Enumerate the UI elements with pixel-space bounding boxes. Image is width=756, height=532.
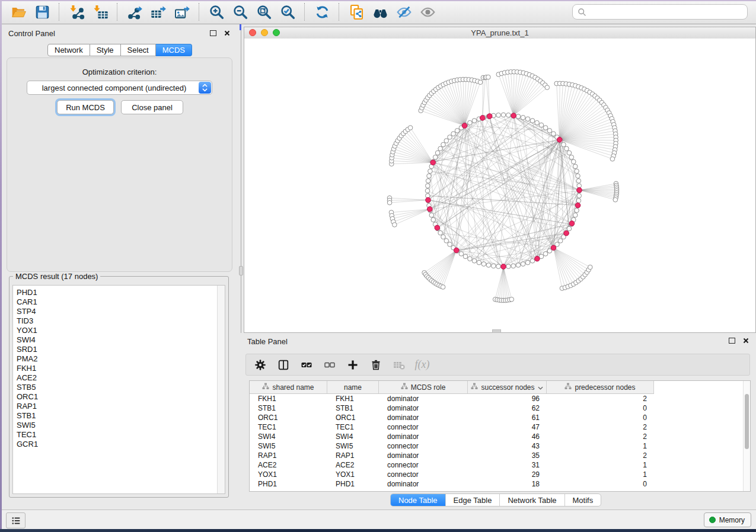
mcds-result-item[interactable]: PHD1 — [17, 288, 225, 297]
table-row[interactable]: RAP1RAP1dominator352 — [250, 451, 750, 460]
table-cell: 46 — [468, 432, 547, 441]
zoom-out-icon[interactable] — [231, 3, 249, 21]
zoom-selected-icon[interactable] — [279, 3, 296, 21]
table-row[interactable]: SWI4SWI4dominator462 — [250, 432, 750, 441]
mcds-result-item[interactable]: FKH1 — [17, 364, 225, 373]
table-row[interactable]: YOX1YOX1connector291 — [250, 470, 750, 479]
export-image-icon[interactable] — [173, 3, 191, 21]
node-table-header: shared namenameMCDS rolesuccessor nodesp… — [250, 381, 654, 394]
maximize-window-icon[interactable] — [273, 29, 280, 36]
column-header-shared-name[interactable]: shared name — [250, 381, 327, 393]
search-box[interactable] — [572, 4, 748, 20]
window-traffic-lights — [249, 29, 280, 36]
mcds-result-item[interactable]: STB1 — [17, 411, 225, 421]
hide-selected-icon[interactable] — [395, 3, 413, 21]
select-all-rows-icon[interactable] — [300, 358, 313, 371]
show-columns-icon[interactable] — [277, 358, 290, 371]
show-all-icon[interactable] — [419, 3, 436, 21]
tab-style[interactable]: Style — [90, 44, 121, 56]
save-session-icon[interactable] — [33, 3, 51, 21]
table-cell: RAP1 — [327, 451, 379, 460]
mcds-result-item[interactable]: SRD1 — [17, 345, 225, 354]
deselect-all-rows-icon[interactable] — [323, 358, 336, 371]
mcds-result-list[interactable]: PHD1CAR1STP4TID3YOX1SWI4SRD1PMA2FKH1ACE2… — [12, 285, 225, 494]
float-icon[interactable] — [210, 30, 216, 36]
tab-edge-table[interactable]: Edge Table — [445, 494, 500, 506]
mcds-list-scrollbar[interactable] — [217, 286, 225, 493]
close-window-icon[interactable] — [249, 29, 256, 36]
splitter-handle[interactable] — [239, 266, 243, 275]
table-row[interactable]: ORC1ORC1dominator610 — [250, 413, 750, 422]
float-icon[interactable] — [729, 338, 735, 344]
table-cell: 61 — [468, 414, 547, 422]
memory-label: Memory — [719, 516, 745, 524]
table-cell: 2 — [547, 432, 654, 441]
mcds-result-item[interactable]: STP4 — [17, 307, 225, 316]
optimization-criterion-select[interactable]: largest connected component (undirected) — [27, 81, 212, 95]
table-cell: connector — [379, 461, 468, 469]
table-cell: connector — [379, 423, 468, 431]
mcds-result-item[interactable]: TID3 — [17, 316, 225, 326]
tab-network[interactable]: Network — [47, 44, 90, 56]
mcds-result-item[interactable]: SWI4 — [17, 335, 225, 345]
mcds-result-item[interactable]: CAR1 — [17, 297, 225, 307]
table-scrollbar[interactable] — [743, 381, 750, 491]
column-header-MCDS-role[interactable]: MCDS role — [379, 381, 468, 393]
tab-mcds[interactable]: MCDS — [156, 44, 192, 56]
mcds-result-item[interactable]: YOX1 — [17, 326, 225, 335]
tab-motifs[interactable]: Motifs — [564, 494, 601, 506]
open-file-icon[interactable] — [9, 3, 27, 21]
table-row[interactable]: STB1STB1dominator620 — [250, 403, 750, 413]
zoom-in-icon[interactable] — [208, 3, 225, 21]
search-icon — [577, 7, 587, 17]
table-row[interactable]: TEC1TEC1connector472 — [250, 422, 750, 432]
table-toolbar: f(x) — [245, 354, 750, 376]
first-neighbors-icon[interactable] — [371, 3, 389, 21]
memory-button[interactable]: Memory — [704, 512, 751, 527]
mcds-panel: Optimization criterion: largest connecte… — [7, 57, 232, 272]
table-row[interactable]: ACE2ACE2connector311 — [250, 460, 750, 470]
tab-node-table[interactable]: Node Table — [391, 494, 445, 506]
close-icon[interactable] — [224, 30, 230, 36]
mcds-result-item[interactable]: PMA2 — [17, 354, 225, 364]
horizontal-splitter-handle[interactable] — [492, 329, 501, 333]
table-row[interactable]: SWI5SWI5connector431 — [250, 441, 750, 451]
table-scrollbar-thumb[interactable] — [745, 394, 749, 449]
column-header-predecessor-nodes[interactable]: predecessor nodes — [547, 381, 654, 393]
import-table-icon[interactable] — [91, 3, 109, 21]
add-column-icon[interactable] — [346, 358, 359, 371]
mcds-result-item[interactable]: SWI5 — [17, 421, 225, 430]
mcds-result-item[interactable]: ORC1 — [17, 392, 225, 402]
network-window-titlebar[interactable]: YPA_prune.txt_1 — [244, 27, 755, 39]
network-canvas[interactable] — [244, 39, 755, 332]
close-icon[interactable] — [743, 338, 749, 344]
tab-select[interactable]: Select — [121, 44, 156, 56]
mcds-result-item[interactable]: TEC1 — [17, 430, 225, 440]
import-network-icon[interactable] — [68, 3, 85, 21]
column-header-name[interactable]: name — [327, 381, 379, 393]
close-panel-button[interactable]: Close panel — [121, 100, 183, 114]
table-cell: TEC1 — [327, 423, 379, 431]
clone-network-icon[interactable] — [347, 3, 365, 21]
sort-indicator-icon[interactable] — [538, 383, 543, 392]
export-table-icon[interactable] — [149, 3, 167, 21]
table-row[interactable]: PHD1PHD1dominator180 — [250, 479, 750, 489]
tab-network-table[interactable]: Network Table — [499, 494, 564, 506]
run-mcds-button[interactable]: Run MCDS — [57, 100, 114, 114]
mcds-result-item[interactable]: GCR1 — [17, 440, 225, 449]
search-input[interactable] — [587, 7, 747, 17]
mcds-result-item[interactable]: STB5 — [17, 383, 225, 392]
zoom-fit-icon[interactable] — [255, 3, 273, 21]
table-row[interactable]: FKH1FKH1dominator962 — [250, 394, 750, 403]
delete-columns-icon[interactable] — [369, 358, 382, 371]
export-network-icon[interactable] — [126, 3, 143, 21]
task-history-button[interactable] — [6, 512, 25, 528]
column-header-successor-nodes[interactable]: successor nodes — [468, 381, 547, 393]
table-panel-title: Table Panel — [247, 337, 288, 346]
table-options-icon[interactable] — [254, 358, 267, 371]
refresh-view-icon[interactable] — [313, 3, 331, 21]
minimize-window-icon[interactable] — [261, 29, 268, 36]
mcds-result-item[interactable]: RAP1 — [17, 402, 225, 411]
column-header-label: predecessor nodes — [575, 383, 635, 392]
mcds-result-item[interactable]: ACE2 — [17, 373, 225, 383]
